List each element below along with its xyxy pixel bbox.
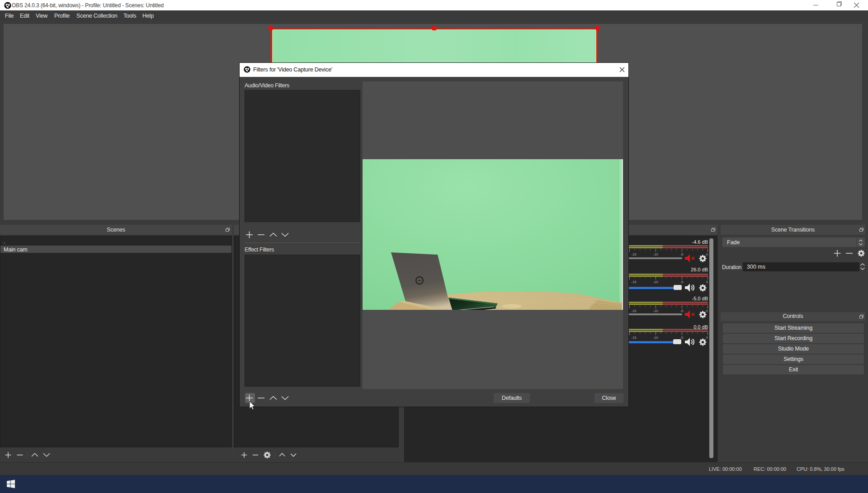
svg-text:0: 0 [706,280,708,284]
svg-text:-10: -10 [653,309,658,313]
svg-text:-15: -15 [631,280,637,284]
svg-text:-15: -15 [631,309,637,313]
svg-text:-5: -5 [680,280,684,284]
svg-text:-15: -15 [631,252,637,256]
svg-text:-10: -10 [653,336,658,339]
svg-text:-10: -10 [653,280,658,284]
svg-text:-5: -5 [680,309,684,313]
svg-text:-5: -5 [680,252,684,256]
svg-text:-10: -10 [653,252,658,256]
svg-text:-5: -5 [680,336,684,339]
svg-text:-15: -15 [631,336,637,339]
